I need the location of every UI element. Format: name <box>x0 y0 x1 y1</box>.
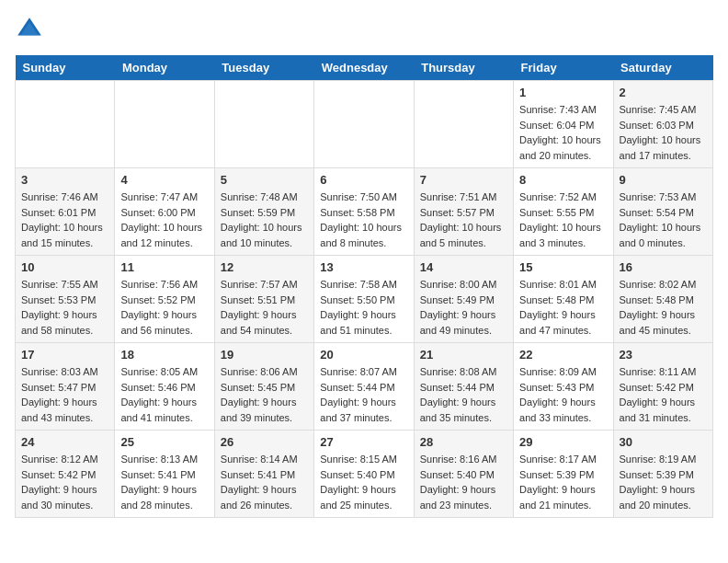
day-info: Sunset: 5:39 PM <box>519 467 607 483</box>
day-cell: 18Sunrise: 8:05 AMSunset: 5:46 PMDayligh… <box>115 343 214 431</box>
day-number: 11 <box>120 260 208 274</box>
day-info: Sunset: 5:51 PM <box>221 293 308 308</box>
day-info: Sunrise: 8:14 AM <box>221 452 308 467</box>
logo-icon <box>15 15 44 44</box>
day-info: Daylight: 9 hours and 25 minutes. <box>320 482 407 512</box>
day-cell: 16Sunrise: 8:02 AMSunset: 5:48 PMDayligh… <box>613 256 712 343</box>
day-number: 25 <box>120 435 208 449</box>
day-info: Sunrise: 7:55 AM <box>21 277 108 293</box>
day-cell: 27Sunrise: 8:15 AMSunset: 5:40 PMDayligh… <box>314 431 414 518</box>
day-cell: 24Sunrise: 8:12 AMSunset: 5:42 PMDayligh… <box>16 431 115 518</box>
day-number: 17 <box>21 348 108 362</box>
day-info: Daylight: 9 hours and 37 minutes. <box>320 395 407 425</box>
day-info: Daylight: 9 hours and 54 minutes. <box>221 307 308 338</box>
day-number: 2 <box>620 86 707 99</box>
day-cell: 30Sunrise: 8:19 AMSunset: 5:39 PMDayligh… <box>613 431 712 518</box>
day-info: Sunset: 5:52 PM <box>120 293 208 308</box>
day-info: Sunset: 5:42 PM <box>21 467 108 483</box>
day-number: 16 <box>620 260 707 274</box>
day-info: Sunset: 5:50 PM <box>320 293 407 308</box>
day-cell: 9Sunrise: 7:53 AMSunset: 5:54 PMDaylight… <box>613 168 712 256</box>
day-number: 22 <box>519 348 607 362</box>
day-info: Sunrise: 7:46 AM <box>21 190 108 205</box>
day-info: Daylight: 10 hours and 12 minutes. <box>120 220 208 250</box>
day-info: Sunrise: 7:47 AM <box>120 190 208 205</box>
day-info: Sunrise: 8:16 AM <box>420 452 507 467</box>
day-info: Sunrise: 8:09 AM <box>519 364 607 380</box>
day-info: Daylight: 10 hours and 10 minutes. <box>221 220 308 250</box>
day-cell: 19Sunrise: 8:06 AMSunset: 5:45 PMDayligh… <box>214 343 313 431</box>
day-info: Sunrise: 7:48 AM <box>221 190 308 205</box>
day-cell: 6Sunrise: 7:50 AMSunset: 5:58 PMDaylight… <box>314 168 414 256</box>
day-info: Daylight: 9 hours and 28 minutes. <box>120 482 208 512</box>
day-number: 29 <box>519 435 607 449</box>
header-cell-thursday: Thursday <box>414 55 513 81</box>
day-info: Sunrise: 8:15 AM <box>320 452 407 467</box>
day-info: Daylight: 9 hours and 31 minutes. <box>620 395 707 425</box>
day-number: 4 <box>120 173 208 187</box>
day-info: Sunrise: 8:05 AM <box>120 364 208 380</box>
day-number: 20 <box>320 348 407 362</box>
day-number: 27 <box>320 435 407 449</box>
day-cell: 5Sunrise: 7:48 AMSunset: 5:59 PMDaylight… <box>214 168 313 256</box>
day-info: Sunset: 5:57 PM <box>420 205 507 221</box>
day-info: Sunrise: 7:58 AM <box>320 277 407 293</box>
day-cell: 26Sunrise: 8:14 AMSunset: 5:41 PMDayligh… <box>214 431 313 518</box>
day-info: Daylight: 10 hours and 17 minutes. <box>620 132 707 163</box>
day-info: Sunset: 6:00 PM <box>120 205 208 221</box>
day-number: 19 <box>221 348 308 362</box>
day-cell: 28Sunrise: 8:16 AMSunset: 5:40 PMDayligh… <box>414 431 513 518</box>
day-number: 9 <box>620 173 707 187</box>
day-info: Daylight: 10 hours and 20 minutes. <box>519 132 607 163</box>
day-info: Sunset: 6:04 PM <box>519 118 607 133</box>
header-cell-saturday: Saturday <box>613 55 712 81</box>
day-info: Sunrise: 8:12 AM <box>21 452 108 467</box>
day-cell: 3Sunrise: 7:46 AMSunset: 6:01 PMDaylight… <box>16 168 115 256</box>
day-number: 6 <box>320 173 407 187</box>
day-number: 7 <box>420 173 507 187</box>
day-info: Sunrise: 8:00 AM <box>420 277 507 293</box>
week-row-1: 1Sunrise: 7:43 AMSunset: 6:04 PMDaylight… <box>16 81 713 168</box>
day-info: Sunrise: 7:43 AM <box>519 102 607 118</box>
header-cell-sunday: Sunday <box>16 55 115 81</box>
header-cell-tuesday: Tuesday <box>214 55 313 81</box>
day-info: Daylight: 9 hours and 49 minutes. <box>420 307 507 338</box>
day-cell: 7Sunrise: 7:51 AMSunset: 5:57 PMDaylight… <box>414 168 513 256</box>
header-cell-friday: Friday <box>514 55 613 81</box>
day-info: Sunset: 5:54 PM <box>620 205 707 221</box>
day-number: 12 <box>221 260 308 274</box>
day-info: Sunset: 5:42 PM <box>620 380 707 396</box>
day-number: 28 <box>420 435 507 449</box>
day-info: Sunset: 6:01 PM <box>21 205 108 221</box>
day-info: Sunset: 5:46 PM <box>120 380 208 396</box>
day-info: Sunrise: 7:50 AM <box>320 190 407 205</box>
day-cell: 21Sunrise: 8:08 AMSunset: 5:44 PMDayligh… <box>414 343 513 431</box>
header-cell-wednesday: Wednesday <box>314 55 414 81</box>
day-info: Sunrise: 8:02 AM <box>620 277 707 293</box>
day-info: Sunset: 5:44 PM <box>420 380 507 396</box>
day-info: Daylight: 10 hours and 15 minutes. <box>21 220 108 250</box>
day-info: Sunrise: 8:03 AM <box>21 364 108 380</box>
day-cell: 17Sunrise: 8:03 AMSunset: 5:47 PMDayligh… <box>16 343 115 431</box>
day-info: Daylight: 10 hours and 5 minutes. <box>420 220 507 250</box>
day-info: Sunset: 5:55 PM <box>519 205 607 221</box>
day-cell: 10Sunrise: 7:55 AMSunset: 5:53 PMDayligh… <box>16 256 115 343</box>
day-info: Sunrise: 8:07 AM <box>320 364 407 380</box>
day-info: Daylight: 9 hours and 39 minutes. <box>221 395 308 425</box>
day-info: Daylight: 9 hours and 35 minutes. <box>420 395 507 425</box>
day-cell: 4Sunrise: 7:47 AMSunset: 6:00 PMDaylight… <box>115 168 214 256</box>
day-cell: 1Sunrise: 7:43 AMSunset: 6:04 PMDaylight… <box>514 81 613 168</box>
day-number: 30 <box>620 435 707 449</box>
week-row-5: 24Sunrise: 8:12 AMSunset: 5:42 PMDayligh… <box>16 431 713 518</box>
day-info: Daylight: 9 hours and 56 minutes. <box>120 307 208 338</box>
day-cell <box>16 81 115 168</box>
day-cell <box>115 81 214 168</box>
day-cell: 23Sunrise: 8:11 AMSunset: 5:42 PMDayligh… <box>613 343 712 431</box>
day-cell: 25Sunrise: 8:13 AMSunset: 5:41 PMDayligh… <box>115 431 214 518</box>
day-info: Sunset: 5:53 PM <box>21 293 108 308</box>
day-info: Sunrise: 8:13 AM <box>120 452 208 467</box>
day-info: Sunrise: 7:56 AM <box>120 277 208 293</box>
day-number: 15 <box>519 260 607 274</box>
day-info: Sunset: 5:40 PM <box>320 467 407 483</box>
day-info: Sunset: 5:48 PM <box>519 293 607 308</box>
